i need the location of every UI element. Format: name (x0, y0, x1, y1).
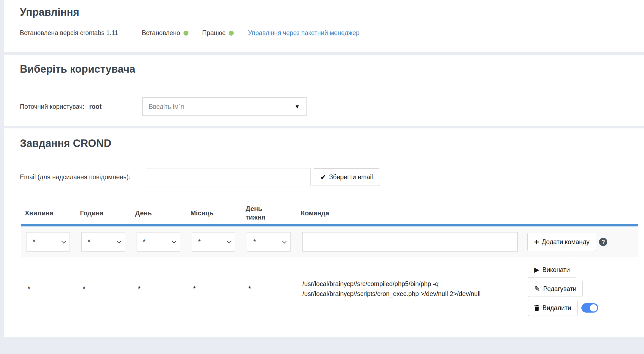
cron-table: Хвилина Година День Місяць День тижня Ко… (21, 202, 638, 320)
add-command-button[interactable]: + Додати команду (527, 233, 596, 251)
plus-icon: + (534, 238, 539, 246)
month-select[interactable]: * (192, 232, 235, 252)
day-select[interactable]: * (137, 232, 180, 252)
table-accent-divider (21, 224, 638, 226)
installed-version-text: Встановлена версія crontabs 1.11 (20, 29, 130, 37)
installed-status-label: Встановлено (142, 29, 180, 37)
chevron-down-icon (227, 239, 231, 244)
new-task-row: * * * * (21, 226, 638, 257)
task-command-text: /usr/local/brainycp//src/compiled/php5/b… (302, 279, 522, 299)
help-icon[interactable]: ? (599, 238, 607, 246)
user-select-placeholder: Введіть ім`я (149, 103, 184, 110)
hour-select[interactable]: * (81, 232, 125, 252)
header-month: Місяць (186, 209, 241, 217)
chevron-down-icon (61, 239, 66, 244)
check-icon: ✔ (320, 173, 326, 181)
task-weekday-value: * (241, 285, 297, 293)
chevron-down-icon (172, 239, 176, 244)
header-day: День (131, 209, 186, 217)
user-select[interactable]: Введіть ім`я ▼ (142, 97, 307, 116)
task-row: * * * * * /usr/local/brainycp//src/compi… (21, 257, 638, 320)
running-status-label: Працює (202, 29, 225, 37)
email-label: Email (для надсилання повідомлень): (20, 173, 140, 181)
management-status-row: Встановлена версія crontabs 1.11 Встанов… (20, 29, 644, 37)
delete-button[interactable]: Видалити (528, 300, 578, 316)
select-user-title: Виберіть користувача (20, 63, 644, 75)
crond-card: Завдання CROND Email (для надсилання пов… (4, 128, 644, 337)
email-row: Email (для надсилання повідомлень): ✔ Зб… (20, 168, 644, 186)
chevron-down-icon (282, 239, 287, 244)
header-minute: Хвилина (21, 209, 76, 217)
save-email-label: Зберегти email (329, 173, 373, 181)
edit-button-label: Редагувати (543, 285, 576, 293)
running-status: Працює (202, 29, 234, 37)
task-enabled-toggle[interactable] (581, 303, 598, 313)
add-command-label: Додати команду (542, 238, 590, 246)
current-user-pair: Поточний користувач: root (20, 103, 142, 110)
cron-table-header: Хвилина Година День Місяць День тижня Ко… (21, 202, 638, 224)
management-card: Управління Встановлена версія crontabs 1… (4, 0, 644, 52)
running-status-dot-icon (229, 31, 234, 36)
month-select-value: * (198, 238, 201, 246)
crond-title: Завдання CROND (20, 137, 644, 149)
save-email-button[interactable]: ✔ Зберегти email (313, 168, 380, 186)
task-actions: ▶ Виконати ✎ Редагувати Видалити (528, 262, 598, 316)
pencil-icon: ✎ (534, 285, 540, 293)
header-command: Команда (297, 209, 638, 217)
header-hour: Година (76, 209, 131, 217)
installed-status-dot-icon (183, 31, 188, 36)
day-select-value: * (143, 238, 145, 246)
task-day-value: * (131, 285, 186, 293)
task-month-value: * (186, 285, 241, 293)
delete-button-label: Видалити (542, 304, 571, 312)
weekday-select[interactable]: * (247, 232, 291, 252)
command-input[interactable] (302, 232, 518, 252)
header-weekday: День тижня (241, 204, 297, 221)
current-user-row: Поточний користувач: root Введіть ім`я ▼ (20, 97, 644, 116)
edit-button[interactable]: ✎ Редагувати (528, 281, 583, 297)
email-input[interactable] (146, 168, 311, 186)
hour-select-value: * (88, 238, 90, 246)
run-button[interactable]: ▶ Виконати (528, 262, 576, 278)
current-user-label: Поточний користувач: (20, 103, 84, 110)
select-user-card: Виберіть користувача Поточний користувач… (4, 55, 644, 126)
minute-select[interactable]: * (26, 232, 70, 252)
chevron-down-icon (116, 239, 121, 244)
task-minute-value: * (21, 285, 76, 293)
weekday-select-value: * (253, 238, 256, 246)
trash-icon (534, 305, 539, 311)
run-button-label: Виконати (542, 266, 570, 274)
current-user-value: root (89, 103, 102, 110)
toggle-knob (590, 304, 597, 311)
package-manager-link[interactable]: Управління через пакетний менеджер (248, 29, 360, 37)
minute-select-value: * (33, 238, 35, 246)
play-icon: ▶ (534, 266, 539, 274)
task-hour-value: * (76, 285, 131, 293)
installed-status: Встановлено (142, 29, 188, 37)
management-title: Управління (20, 6, 644, 18)
dropdown-arrow-icon: ▼ (294, 104, 300, 110)
